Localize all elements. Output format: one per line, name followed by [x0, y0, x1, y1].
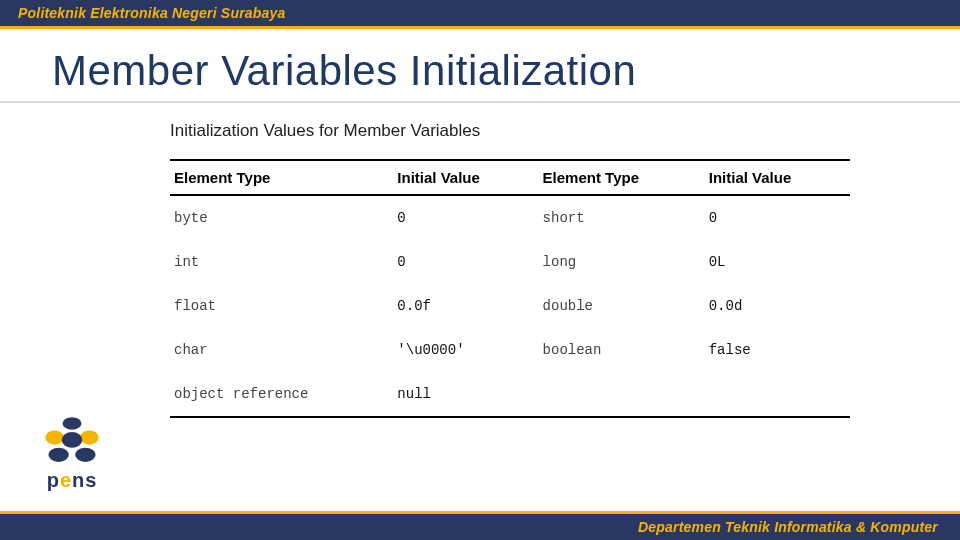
table-row: object reference null: [170, 372, 850, 417]
table-row: int 0 long 0L: [170, 240, 850, 284]
title-underline: [0, 101, 960, 103]
institution-name: Politeknik Elektronika Negeri Surabaya: [18, 5, 285, 21]
page-title: Member Variables Initialization: [52, 47, 960, 95]
type-cell: short: [539, 195, 705, 240]
department-name: Departemen Teknik Informatika & Komputer: [638, 519, 938, 535]
table-row: char '\u0000' boolean false: [170, 328, 850, 372]
footer-bar: Departemen Teknik Informatika & Komputer: [0, 514, 960, 540]
value-cell: null: [393, 372, 538, 417]
logo-letter-p: p: [47, 469, 60, 491]
type-cell: double: [539, 284, 705, 328]
table-header-row: Element Type Initial Value Element Type …: [170, 160, 850, 195]
table-row: byte 0 short 0: [170, 195, 850, 240]
svg-point-5: [75, 448, 95, 462]
init-values-table: Element Type Initial Value Element Type …: [170, 159, 850, 418]
col-header-initial-value-2: Initial Value: [705, 160, 850, 195]
value-cell: 0: [393, 195, 538, 240]
col-header-element-type-1: Element Type: [170, 160, 393, 195]
type-cell: char: [170, 328, 393, 372]
type-cell: boolean: [539, 328, 705, 372]
svg-point-1: [45, 431, 64, 445]
content-area: Initialization Values for Member Variabl…: [170, 121, 850, 418]
header-bar: Politeknik Elektronika Negeri Surabaya: [0, 0, 960, 26]
pens-logo-icon: [32, 414, 112, 469]
value-cell: '\u0000': [393, 328, 538, 372]
logo-letters-ns: ns: [72, 469, 97, 491]
type-cell: long: [539, 240, 705, 284]
col-header-initial-value-1: Initial Value: [393, 160, 538, 195]
pens-logo: pens: [22, 414, 122, 504]
type-cell: byte: [170, 195, 393, 240]
svg-point-2: [80, 431, 99, 445]
type-cell: [539, 372, 705, 417]
logo-letter-e: e: [60, 469, 72, 491]
value-cell: 0: [705, 195, 850, 240]
value-cell: 0.0d: [705, 284, 850, 328]
value-cell: false: [705, 328, 850, 372]
svg-point-3: [62, 432, 82, 448]
pens-logo-text: pens: [47, 469, 98, 492]
value-cell: 0L: [705, 240, 850, 284]
type-cell: object reference: [170, 372, 393, 417]
type-cell: int: [170, 240, 393, 284]
table-caption: Initialization Values for Member Variabl…: [170, 121, 850, 141]
svg-point-0: [63, 417, 82, 430]
col-header-element-type-2: Element Type: [539, 160, 705, 195]
value-cell: 0: [393, 240, 538, 284]
value-cell: 0.0f: [393, 284, 538, 328]
svg-point-4: [48, 448, 68, 462]
header-divider: [0, 26, 960, 29]
type-cell: float: [170, 284, 393, 328]
table-row: float 0.0f double 0.0d: [170, 284, 850, 328]
value-cell: [705, 372, 850, 417]
